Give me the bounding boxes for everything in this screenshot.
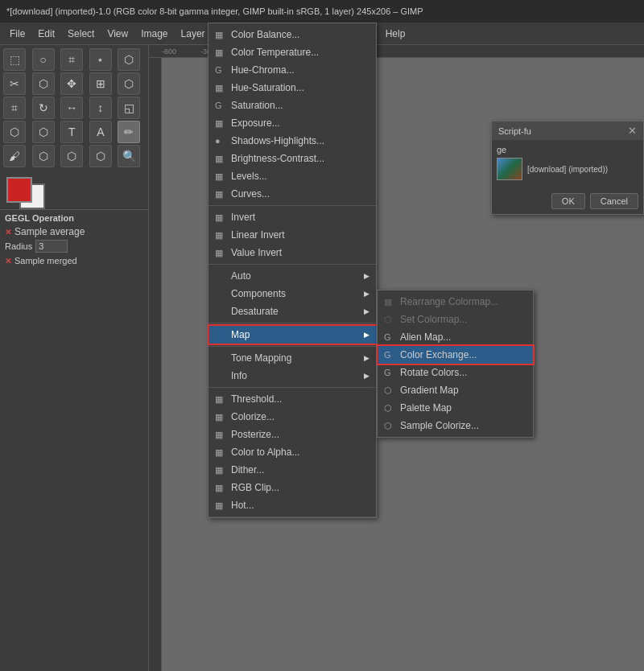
tool-warp-transform[interactable]: ⬡ xyxy=(118,72,140,95)
tool-paintbrush[interactable]: 🖌 xyxy=(3,145,26,167)
menu-brightness-contrast[interactable]: ▦Brightness-Contrast... xyxy=(208,150,376,167)
palette-map-icon: ⬡ xyxy=(384,403,392,414)
dialog-cancel-button[interactable]: Cancel xyxy=(590,193,638,209)
menu-view[interactable]: View xyxy=(101,25,134,43)
tool-path[interactable]: A xyxy=(89,121,112,143)
map-sample-colorize[interactable]: ⬡Sample Colorize... xyxy=(378,417,533,434)
tool-clone[interactable]: ⬡ xyxy=(89,145,112,167)
menu-select[interactable]: Select xyxy=(61,25,101,43)
gegl-sample-label: Sample average xyxy=(14,226,85,237)
dialog-title: Script-fu xyxy=(498,126,531,136)
tool-perspective[interactable]: ◱ xyxy=(118,97,140,119)
colorize-icon: ▦ xyxy=(215,412,223,422)
menu-tone-mapping[interactable]: Tone Mapping xyxy=(208,349,376,367)
menu-file[interactable]: File xyxy=(3,25,31,43)
map-set-colormap: ⬡Set Colormap... xyxy=(378,311,533,328)
script-fu-dialog: Script-fu ✕ ge [download] (imported)) OK… xyxy=(491,121,644,215)
map-gradient-map[interactable]: ⬡Gradient Map xyxy=(378,381,533,399)
levels-icon: ▦ xyxy=(215,171,223,182)
menu-saturation[interactable]: GSaturation... xyxy=(208,97,376,114)
alien-map-icon: G xyxy=(384,332,391,342)
sample-merged-x[interactable]: ✕ xyxy=(5,257,11,266)
tool-move[interactable]: ✥ xyxy=(60,72,83,95)
menu-hue-chroma[interactable]: GHue-Chroma... xyxy=(208,61,376,79)
tool-foreground-select[interactable]: ⬡ xyxy=(32,72,55,95)
value-invert-icon: ▦ xyxy=(215,248,223,258)
toolbox: ⬚ ○ ⌗ ⋆ ⬡ ✂ ⬡ ✥ ⊞ ⬡ ⌗ ↻ ↔ ↕ ◱ ⬡ ⬡ T A ✏ … xyxy=(0,45,149,671)
menu-levels[interactable]: ▦Levels... xyxy=(208,167,376,185)
menu-curves[interactable]: ▦Curves... xyxy=(208,185,376,203)
map-palette-map[interactable]: ⬡Palette Map xyxy=(378,399,533,417)
tool-fuzzy-select[interactable]: ⋆ xyxy=(89,48,112,71)
rotate-colors-icon: G xyxy=(384,368,391,377)
menu-map[interactable]: Map xyxy=(208,326,376,344)
tool-align[interactable]: ⊞ xyxy=(89,72,112,95)
colors-menu-section-6: ▦Threshold... ▦Colorize... ▦Posterize...… xyxy=(208,388,376,517)
tool-shear[interactable]: ↕ xyxy=(89,97,112,119)
brightness-contrast-icon: ▦ xyxy=(215,154,223,164)
menu-hue-saturation[interactable]: ▦Hue-Saturation... xyxy=(208,79,376,97)
menu-help[interactable]: Help xyxy=(379,25,412,43)
menu-threshold[interactable]: ▦Threshold... xyxy=(208,390,376,408)
dither-icon: ▦ xyxy=(215,465,223,475)
menu-auto[interactable]: Auto xyxy=(208,267,376,285)
tool-pencil[interactable]: ✏ xyxy=(118,121,140,143)
tool-scissors[interactable]: ✂ xyxy=(3,72,26,95)
menu-layer[interactable]: Layer xyxy=(175,25,212,43)
ruler-tick-1: -600 xyxy=(162,47,176,56)
tool-flip[interactable]: ⬡ xyxy=(32,121,55,143)
tool-airbrush[interactable]: ⬡ xyxy=(60,145,83,167)
threshold-icon: ▦ xyxy=(215,394,223,405)
gegl-sample-row: ✕ Sample average xyxy=(5,226,143,237)
tool-text[interactable]: T xyxy=(60,121,83,143)
linear-invert-icon: ▦ xyxy=(215,230,223,241)
menu-value-invert[interactable]: ▦Value Invert xyxy=(208,244,376,261)
dialog-close-button[interactable]: ✕ xyxy=(628,125,637,137)
set-colormap-icon: ⬡ xyxy=(384,315,392,325)
sample-merged-row: ✕ Sample merged xyxy=(5,256,143,266)
dialog-image-label: [download] (imported)) xyxy=(527,165,608,174)
dialog-title-bar: Script-fu ✕ xyxy=(492,121,643,140)
tool-free-select[interactable]: ⌗ xyxy=(60,48,83,71)
menu-linear-invert[interactable]: ▦Linear Invert xyxy=(208,226,376,244)
tool-rotate[interactable]: ↻ xyxy=(32,97,55,119)
dialog-ok-button[interactable]: OK xyxy=(551,193,585,209)
radius-input[interactable] xyxy=(35,240,68,253)
menu-color-to-alpha[interactable]: ▦Color to Alpha... xyxy=(208,443,376,461)
hue-saturation-icon: ▦ xyxy=(215,83,223,93)
menu-info[interactable]: Info xyxy=(208,367,376,385)
tool-rect-select[interactable]: ⬚ xyxy=(3,48,26,71)
map-color-exchange[interactable]: GColor Exchange... xyxy=(378,346,533,364)
colors-menu-section-2: ▦Invert ▦Linear Invert ▦Value Invert xyxy=(208,206,376,265)
tool-eraser[interactable]: ⬡ xyxy=(32,145,55,167)
menu-color-balance[interactable]: ▦Color Balance... xyxy=(208,26,376,43)
tool-unified[interactable]: ⬡ xyxy=(3,121,26,143)
map-rotate-colors[interactable]: GRotate Colors... xyxy=(378,364,533,381)
menu-exposure[interactable]: ▦Exposure... xyxy=(208,114,376,132)
menu-rgb-clip[interactable]: ▦RGB Clip... xyxy=(208,479,376,496)
menu-components[interactable]: Components xyxy=(208,285,376,303)
menu-edit[interactable]: Edit xyxy=(31,25,61,43)
menu-posterize[interactable]: ▦Posterize... xyxy=(208,426,376,443)
menu-desaturate[interactable]: Desaturate xyxy=(208,303,376,320)
tool-scale[interactable]: ↔ xyxy=(60,97,83,119)
menu-dither[interactable]: ▦Dither... xyxy=(208,461,376,479)
tool-crop[interactable]: ⌗ xyxy=(3,97,26,119)
menu-colorize[interactable]: ▦Colorize... xyxy=(208,408,376,426)
tool-magnify[interactable]: 🔍 xyxy=(118,145,140,167)
foreground-color[interactable] xyxy=(6,177,32,203)
ruler-vertical xyxy=(149,58,162,671)
tool-by-color[interactable]: ⬡ xyxy=(118,48,140,71)
gegl-title: GEGL Operation xyxy=(5,213,143,223)
menu-color-temperature[interactable]: ▦Color Temperature... xyxy=(208,43,376,61)
color-balance-icon: ▦ xyxy=(215,30,223,40)
menu-hot[interactable]: ▦Hot... xyxy=(208,496,376,514)
tool-ellipse-select[interactable]: ○ xyxy=(32,48,55,71)
menu-shadows-highlights[interactable]: ●Shadows-Highlights... xyxy=(208,132,376,150)
menu-image[interactable]: Image xyxy=(134,25,174,43)
map-alien-map[interactable]: GAlien Map... xyxy=(378,328,533,346)
gegl-x-badge[interactable]: ✕ xyxy=(5,228,11,237)
color-exchange-icon: G xyxy=(384,350,391,360)
title-bar: *[download] (imported)-1.0 (RGB color 8-… xyxy=(0,0,644,23)
menu-invert[interactable]: ▦Invert xyxy=(208,208,376,226)
